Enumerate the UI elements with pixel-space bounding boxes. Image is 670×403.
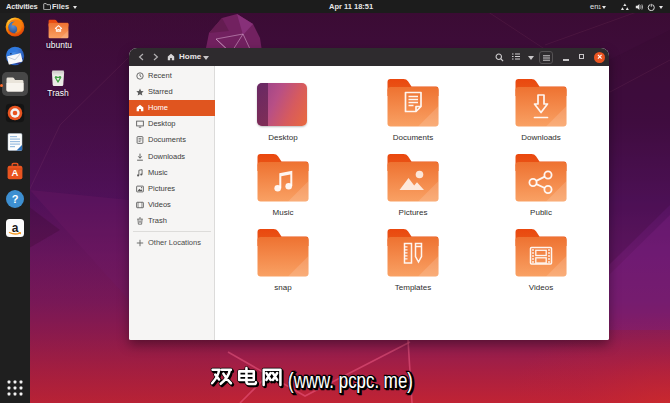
svg-text:?: ? [12, 193, 19, 205]
svg-text:a: a [12, 220, 19, 234]
svg-text:(www. pcpc. me): (www. pcpc. me) [288, 368, 413, 393]
svg-text:A: A [12, 167, 19, 178]
